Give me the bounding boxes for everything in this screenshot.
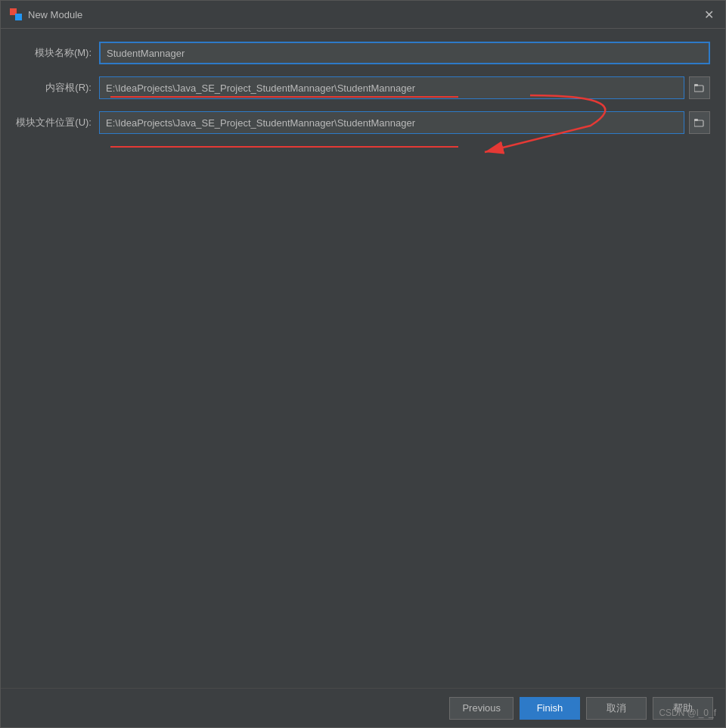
footer: Previous Finish 取消 帮助 [1,688,725,727]
svg-rect-5 [694,119,698,121]
module-name-input[interactable] [99,42,710,64]
content-spacer [16,145,710,676]
svg-rect-1 [15,14,22,20]
module-name-label: 模块名称(M): [16,46,99,60]
module-name-input-wrapper [99,42,710,64]
svg-rect-3 [694,84,698,86]
svg-rect-4 [694,120,703,126]
cancel-button[interactable]: 取消 [586,697,647,720]
title-bar: New Module ✕ [1,1,725,29]
module-name-row: 模块名称(M): [16,41,710,65]
window-title: New Module [28,9,82,20]
module-file-row: 模块文件位置(U): [16,110,710,135]
svg-rect-2 [694,86,703,92]
close-button[interactable]: ✕ [701,7,716,22]
module-file-input[interactable] [99,111,684,134]
title-bar-left: New Module [10,8,82,20]
module-file-label: 模块文件位置(U): [16,116,99,129]
new-module-window: New Module ✕ 模块名称(M): 内容根(R): [0,0,726,728]
content-root-label: 内容根(R): [16,81,99,95]
module-file-browse-button[interactable] [689,111,710,134]
module-icon [10,8,22,20]
content-root-row: 内容根(R): [16,76,710,100]
module-file-input-wrapper [99,111,710,134]
previous-button[interactable]: Previous [449,697,513,720]
finish-button[interactable]: Finish [520,697,580,720]
content-root-input-wrapper [99,76,710,99]
form-content: 模块名称(M): 内容根(R): 模块文件位置(U): [1,29,725,688]
content-root-input[interactable] [99,76,684,99]
content-root-browse-button[interactable] [689,76,710,99]
help-button[interactable]: 帮助 [653,697,713,720]
